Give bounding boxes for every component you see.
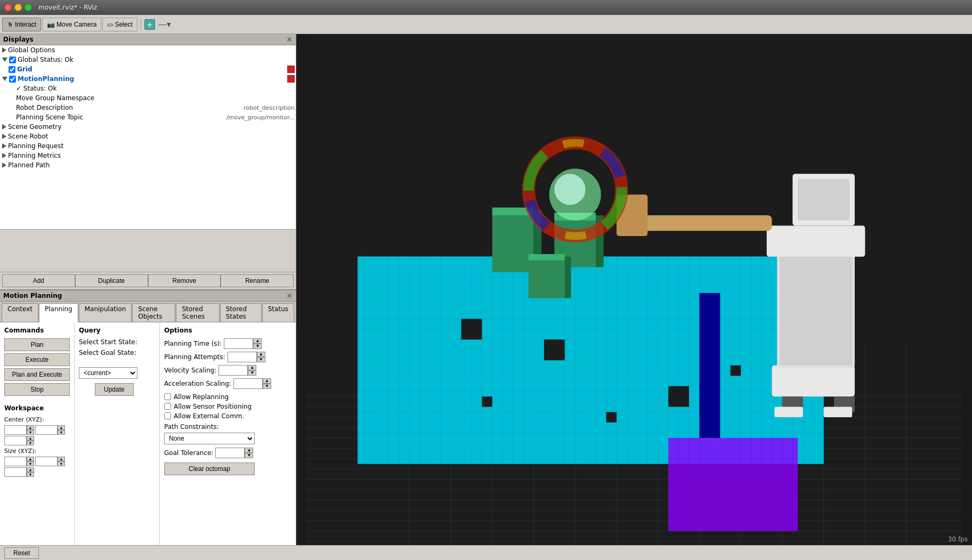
- size-z-input[interactable]: 2,00: [4, 467, 27, 477]
- velocity-scaling-up[interactable]: ▲: [248, 365, 256, 370]
- tree-item-grid[interactable]: Grid: [0, 64, 296, 74]
- path-constraints-select-row: None: [164, 433, 291, 444]
- path-constraints-select[interactable]: None: [164, 433, 255, 444]
- tree-item-global-options[interactable]: Global Options: [0, 45, 296, 55]
- acceleration-scaling-up[interactable]: ▲: [263, 378, 271, 384]
- acceleration-scaling-spin-btns[interactable]: ▲ ▼: [263, 378, 271, 389]
- tab-scene-objects-label: Scene Objects: [138, 305, 162, 320]
- tab-stored-states[interactable]: Stored States: [220, 303, 262, 322]
- planning-time-row: Planning Time (s): 5,00 ▲ ▼: [164, 338, 291, 349]
- tree-item-status-ok[interactable]: ✓ Status: Ok: [0, 84, 296, 93]
- tab-manipulation[interactable]: Manipulation: [79, 303, 132, 322]
- tree-item-planned-path[interactable]: Planned Path: [0, 160, 296, 170]
- center-z-down[interactable]: ▼: [27, 441, 34, 445]
- motionplanning-checkbox[interactable]: [9, 76, 16, 83]
- tree-item-planning-request[interactable]: Planning Request: [0, 141, 296, 151]
- displays-close-button[interactable]: ✕: [286, 35, 293, 44]
- size-x-down[interactable]: ▼: [27, 461, 34, 466]
- velocity-scaling-input[interactable]: 1,00: [218, 365, 248, 376]
- plan-execute-button[interactable]: Plan and Execute: [4, 368, 70, 381]
- velocity-scaling-down[interactable]: ▼: [248, 370, 256, 376]
- size-x-input[interactable]: 2,00: [4, 457, 27, 466]
- current-select[interactable]: <current>: [79, 367, 137, 379]
- tree-item-scene-robot[interactable]: Scene Robot: [0, 132, 296, 141]
- duplicate-button[interactable]: Duplicate: [75, 274, 148, 287]
- grid-checkbox[interactable]: [9, 66, 15, 73]
- allow-sensor-checkbox[interactable]: [164, 403, 171, 410]
- goal-tolerance-up[interactable]: ▲: [245, 448, 253, 453]
- planning-attempts-up[interactable]: ▲: [257, 352, 265, 357]
- add-display-button[interactable]: +: [144, 19, 155, 30]
- size-z-up[interactable]: ▲: [27, 467, 34, 472]
- center-x-spin-btns[interactable]: ▲ ▼: [27, 425, 34, 435]
- update-button[interactable]: Update: [95, 383, 134, 396]
- tab-planning[interactable]: Planning: [39, 303, 78, 322]
- plan-button[interactable]: Plan: [4, 338, 70, 351]
- stop-button[interactable]: Stop: [4, 383, 70, 396]
- tab-stored-scenes[interactable]: Stored Scenes: [176, 303, 219, 322]
- svg-rect-100: [731, 366, 741, 376]
- planning-time-down[interactable]: ▼: [253, 344, 262, 349]
- maximize-button[interactable]: [25, 4, 32, 11]
- allow-replanning-checkbox[interactable]: [164, 393, 171, 400]
- viewport[interactable]: 30 fps: [296, 34, 972, 545]
- center-x-down[interactable]: ▼: [27, 430, 34, 435]
- acceleration-scaling-input[interactable]: 1,00: [233, 378, 263, 389]
- move-camera-button[interactable]: 📷 Move Camera: [42, 18, 101, 31]
- planning-attempts-spin-btns[interactable]: ▲ ▼: [257, 352, 265, 362]
- tree-item-move-group-ns[interactable]: Move Group Namespace: [0, 93, 296, 103]
- window-controls[interactable]: [4, 4, 32, 11]
- add-button[interactable]: Add: [2, 274, 75, 287]
- rename-button[interactable]: Rename: [221, 274, 294, 287]
- clear-octomap-button[interactable]: Clear octomap: [164, 462, 255, 475]
- size-y-spin-btns[interactable]: ▲ ▼: [58, 457, 65, 466]
- size-y-down[interactable]: ▼: [58, 461, 65, 466]
- allow-external-checkbox[interactable]: [164, 412, 171, 419]
- size-x-spin-btns[interactable]: ▲ ▼: [27, 457, 34, 466]
- goal-tolerance-down[interactable]: ▼: [245, 453, 253, 458]
- center-y-spin-btns[interactable]: ▲ ▼: [58, 425, 65, 435]
- minimize-button[interactable]: [14, 4, 22, 11]
- center-y-input[interactable]: 0,00: [35, 425, 58, 435]
- size-x-up[interactable]: ▲: [27, 457, 34, 461]
- tree-item-planning-metrics[interactable]: Planning Metrics: [0, 151, 296, 160]
- planning-attempts-down[interactable]: ▼: [257, 357, 265, 362]
- acceleration-scaling-down[interactable]: ▼: [263, 384, 271, 389]
- tab-context[interactable]: Context: [2, 303, 38, 322]
- tree-item-scene-geometry[interactable]: Scene Geometry: [0, 122, 296, 132]
- svg-rect-98: [544, 339, 565, 360]
- planning-time-up[interactable]: ▲: [253, 338, 262, 344]
- remove-button[interactable]: Remove: [148, 274, 221, 287]
- tab-scene-objects[interactable]: Scene Objects: [132, 303, 175, 322]
- center-x-up[interactable]: ▲: [27, 425, 34, 430]
- remove-display-button[interactable]: —▾: [156, 18, 173, 30]
- velocity-scaling-spin-btns[interactable]: ▲ ▼: [248, 365, 256, 376]
- center-z-input[interactable]: 0,00: [4, 436, 27, 445]
- planning-time-input[interactable]: 5,00: [224, 338, 253, 349]
- interact-button[interactable]: 🖱 Interact: [2, 18, 41, 31]
- size-y-up[interactable]: ▲: [58, 457, 65, 461]
- tree-item-robot-description[interactable]: Robot Description robot_description: [0, 103, 296, 112]
- center-z-spin-btns[interactable]: ▲ ▼: [27, 436, 34, 445]
- planning-attempts-input[interactable]: 10,00: [228, 352, 257, 362]
- planning-time-spin-btns[interactable]: ▲ ▼: [253, 338, 262, 349]
- close-button[interactable]: [4, 4, 12, 11]
- tree-item-global-status[interactable]: Global Status: Ok: [0, 55, 296, 64]
- center-z-up[interactable]: ▲: [27, 436, 34, 441]
- size-z-down[interactable]: ▼: [27, 472, 34, 477]
- tab-status[interactable]: Status: [262, 303, 294, 322]
- global-status-checkbox[interactable]: [9, 56, 16, 63]
- goal-tolerance-input[interactable]: 0,00: [215, 448, 245, 458]
- goal-tolerance-spin-btns[interactable]: ▲ ▼: [245, 448, 253, 458]
- center-y-down[interactable]: ▼: [58, 430, 65, 435]
- motion-planning-close-button[interactable]: ✕: [286, 291, 293, 300]
- center-x-input[interactable]: 0,00: [4, 425, 27, 435]
- reset-button[interactable]: Reset: [4, 547, 39, 559]
- select-button[interactable]: ▭ Select: [102, 18, 137, 31]
- center-y-up[interactable]: ▲: [58, 425, 65, 430]
- execute-button[interactable]: Execute: [4, 353, 70, 366]
- size-z-spin-btns[interactable]: ▲ ▼: [27, 467, 34, 477]
- tree-item-planning-scene-topic[interactable]: Planning Scene Topic /move_group/monitor…: [0, 112, 296, 122]
- tree-item-motionplanning[interactable]: MotionPlanning: [0, 74, 296, 84]
- size-y-input[interactable]: 2,00: [35, 457, 58, 466]
